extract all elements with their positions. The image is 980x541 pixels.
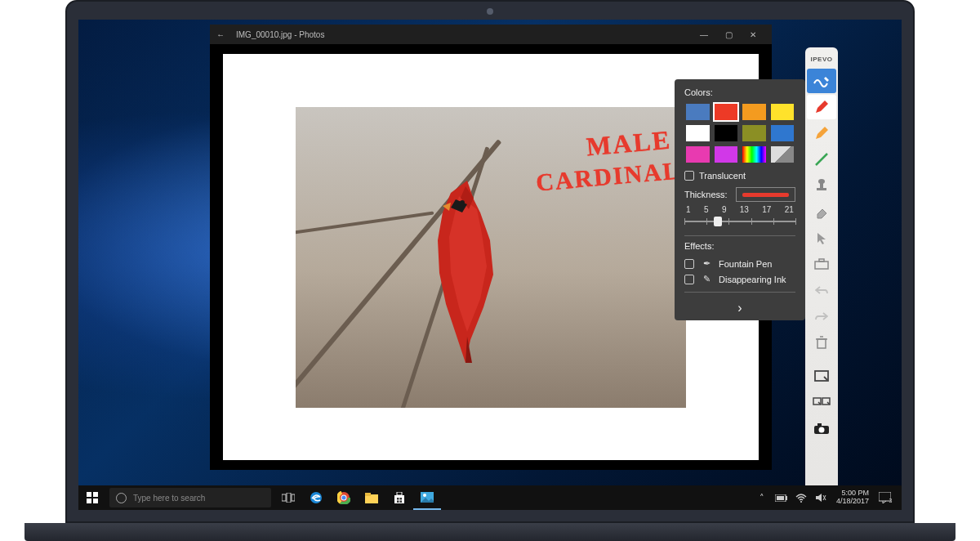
whiteboard-button[interactable] [807, 364, 836, 389]
undo-button[interactable] [807, 278, 836, 302]
annotation-line-1: MALE [586, 124, 673, 162]
trash-button[interactable] [807, 330, 836, 355]
svg-rect-41 [777, 496, 784, 500]
taskbar-search[interactable]: Type here to search [109, 488, 271, 507]
laptop-frame: ← IMG_00010.jpg - Photos — ▢ ✕ [65, 0, 915, 523]
photos-titlebar: ← IMG_00010.jpg - Photos — ▢ ✕ [210, 25, 772, 44]
redo-button[interactable] [807, 304, 836, 329]
color-swatch[interactable] [741, 123, 768, 143]
color-swatch[interactable] [684, 102, 711, 122]
fountain-pen-label: Fountain Pen [719, 259, 772, 269]
thickness-slider[interactable] [684, 216, 795, 227]
cardinal-bird-icon [402, 177, 541, 364]
translucent-label: Translucent [699, 171, 746, 181]
svg-rect-40 [786, 496, 787, 500]
tray-chevron-icon[interactable]: ˄ [753, 485, 771, 510]
svg-rect-17 [93, 492, 98, 497]
svg-point-42 [800, 501, 802, 503]
svg-rect-32 [397, 492, 402, 495]
wifi-icon[interactable] [792, 485, 810, 510]
svg-rect-33 [397, 498, 399, 500]
disappearing-ink-label: Disappearing Ink [719, 275, 786, 284]
back-button[interactable]: ← [216, 30, 225, 39]
taskbar-clock[interactable]: 5:00 PM 4/18/2017 [831, 490, 874, 506]
battery-icon[interactable] [773, 485, 791, 510]
taskbar: Type here to search [78, 485, 902, 510]
laptop-camera-icon [487, 8, 493, 15]
photos-taskbar-icon[interactable] [413, 485, 441, 510]
close-button[interactable]: ✕ [741, 26, 765, 42]
line-tool-button[interactable] [807, 147, 836, 172]
search-placeholder: Type here to search [133, 494, 205, 503]
task-view-button[interactable] [274, 485, 302, 510]
color-swatch[interactable] [713, 102, 740, 122]
cortana-icon [116, 493, 127, 503]
color-swatch[interactable] [741, 102, 768, 122]
svg-rect-20 [282, 494, 286, 501]
color-swatch[interactable] [713, 123, 740, 143]
pen-settings-panel: Colors: Translucent Thickness: [675, 79, 805, 320]
disappearing-ink-icon: ✎ [701, 274, 712, 284]
disappearing-ink-checkbox[interactable] [684, 275, 694, 284]
color-swatch[interactable] [769, 123, 796, 143]
svg-rect-2 [817, 188, 826, 190]
svg-rect-34 [400, 498, 403, 500]
effects-label: Effects: [684, 241, 795, 251]
svg-rect-7 [817, 339, 826, 348]
svg-point-38 [423, 494, 426, 497]
svg-rect-19 [93, 499, 98, 503]
svg-rect-15 [817, 423, 822, 426]
svg-rect-35 [397, 501, 399, 503]
colors-label: Colors: [684, 87, 795, 97]
file-explorer-icon[interactable] [358, 485, 385, 510]
cursor-tool-button[interactable] [807, 226, 836, 250]
svg-rect-18 [87, 499, 91, 503]
color-swatch[interactable] [713, 145, 740, 164]
toolbox-button[interactable] [807, 252, 836, 276]
sidebar-brand: IPEVO [811, 52, 833, 68]
start-button[interactable] [78, 485, 106, 510]
thickness-preview [736, 187, 795, 202]
svg-line-1 [816, 154, 827, 165]
panel-more-button[interactable]: › [684, 297, 795, 315]
minimize-button[interactable]: — [692, 26, 716, 42]
fountain-pen-checkbox[interactable] [684, 259, 694, 269]
chrome-icon[interactable] [330, 485, 358, 510]
svg-rect-21 [287, 493, 291, 503]
annotation-sidebar: IPEVO [805, 47, 838, 510]
camera-button[interactable] [807, 417, 836, 441]
svg-rect-6 [819, 259, 824, 262]
svg-rect-5 [815, 262, 828, 269]
color-grid [684, 102, 795, 164]
thickness-label: Thickness: [684, 190, 728, 199]
screen: ← IMG_00010.jpg - Photos — ▢ ✕ [78, 20, 902, 510]
color-swatch[interactable] [741, 145, 768, 164]
window-title: IMG_00010.jpg - Photos [236, 30, 692, 39]
action-center-icon[interactable]: 3 [875, 485, 897, 510]
color-swatch[interactable] [684, 123, 711, 143]
svg-rect-16 [87, 492, 91, 497]
edge-icon[interactable] [302, 485, 330, 510]
svg-point-4 [818, 179, 825, 184]
thickness-ticks: 159131721 [684, 205, 795, 214]
volume-icon[interactable] [812, 485, 830, 510]
clock-date: 4/18/2017 [836, 498, 869, 506]
photo-image: MALE CARDINAL [296, 107, 686, 408]
laptop-base [24, 523, 956, 541]
store-icon[interactable] [385, 485, 413, 510]
color-swatch[interactable] [769, 145, 796, 164]
annotation-line-2: CARDINAL [535, 156, 682, 196]
fountain-pen-icon: ✒ [701, 258, 712, 269]
maximize-button[interactable]: ▢ [716, 26, 741, 42]
pen-tool-button[interactable] [807, 95, 836, 119]
color-swatch[interactable] [769, 102, 796, 122]
eraser-tool-button[interactable] [807, 199, 836, 224]
color-swatch[interactable] [684, 145, 711, 164]
highlighter-tool-button[interactable] [807, 121, 836, 145]
svg-rect-30 [365, 493, 371, 496]
draw-mode-button[interactable] [807, 69, 836, 93]
stamp-tool-button[interactable] [807, 173, 836, 198]
multi-whiteboard-button[interactable] [807, 391, 836, 415]
translucent-checkbox[interactable] [684, 171, 694, 181]
svg-point-14 [819, 427, 825, 433]
